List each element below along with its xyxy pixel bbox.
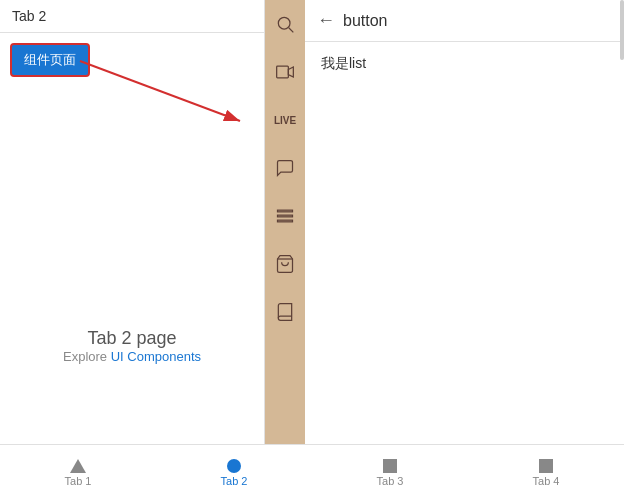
list-text: 我是list	[321, 55, 366, 71]
scrollbar[interactable]	[620, 0, 624, 60]
icon-bar: LIVE	[265, 0, 305, 444]
tab4-label: Tab 4	[533, 475, 560, 487]
video-icon	[275, 62, 295, 82]
tab2-icon	[227, 459, 241, 473]
tab1-icon	[70, 459, 86, 473]
search-icon-item[interactable]	[269, 8, 301, 40]
right-panel: ← button 我是list	[305, 0, 624, 444]
video-icon-item[interactable]	[269, 56, 301, 88]
svg-line-1	[80, 61, 240, 121]
tab-1[interactable]: Tab 1	[0, 459, 156, 487]
svg-marker-5	[288, 67, 293, 77]
right-panel-title: button	[343, 12, 387, 30]
explore-label: Explore	[63, 349, 111, 364]
tab2-label: Tab 2	[221, 475, 248, 487]
right-header: ← button	[305, 0, 624, 42]
tab2-title: Tab 2	[12, 8, 252, 32]
page-main-text: Tab 2 page	[0, 328, 264, 349]
svg-point-2	[278, 17, 290, 29]
book-icon	[275, 302, 295, 322]
live-icon-item[interactable]: LIVE	[269, 104, 301, 136]
svg-line-3	[289, 28, 294, 33]
right-content: 我是list	[305, 42, 624, 85]
cart-icon	[275, 254, 295, 274]
tab-3[interactable]: Tab 3	[312, 459, 468, 487]
back-button[interactable]: ←	[317, 10, 335, 31]
page-sub-text: Explore UI Components	[0, 349, 264, 364]
search-icon	[275, 14, 295, 34]
list-icon	[275, 206, 295, 226]
tab3-icon	[383, 459, 397, 473]
svg-rect-4	[277, 66, 289, 78]
tab1-label: Tab 1	[65, 475, 92, 487]
cart-icon-item[interactable]	[269, 248, 301, 280]
svg-rect-7	[278, 215, 293, 217]
svg-rect-8	[278, 220, 293, 222]
main-container: Tab 2 组件页面 Tab 2 page Explore UI Compone…	[0, 0, 624, 444]
live-label: LIVE	[274, 115, 296, 126]
book-icon-item[interactable]	[269, 296, 301, 328]
tab3-label: Tab 3	[377, 475, 404, 487]
tab-2[interactable]: Tab 2	[156, 459, 312, 487]
chat-icon	[275, 158, 295, 178]
left-panel: Tab 2 组件页面 Tab 2 page Explore UI Compone…	[0, 0, 265, 444]
tab-bar-top: Tab 2	[0, 0, 264, 33]
left-content: 组件页面 Tab 2 page Explore UI Components	[0, 33, 264, 444]
list-icon-item[interactable]	[269, 200, 301, 232]
tab-4[interactable]: Tab 4	[468, 459, 624, 487]
page-center-text: Tab 2 page Explore UI Components	[0, 328, 264, 364]
bottom-tab-bar: Tab 1 Tab 2 Tab 3 Tab 4	[0, 444, 624, 500]
chat-icon-item[interactable]	[269, 152, 301, 184]
svg-rect-6	[278, 210, 293, 212]
component-page-button[interactable]: 组件页面	[10, 43, 90, 77]
tab4-icon	[539, 459, 553, 473]
ui-components-link[interactable]: UI Components	[111, 349, 201, 364]
